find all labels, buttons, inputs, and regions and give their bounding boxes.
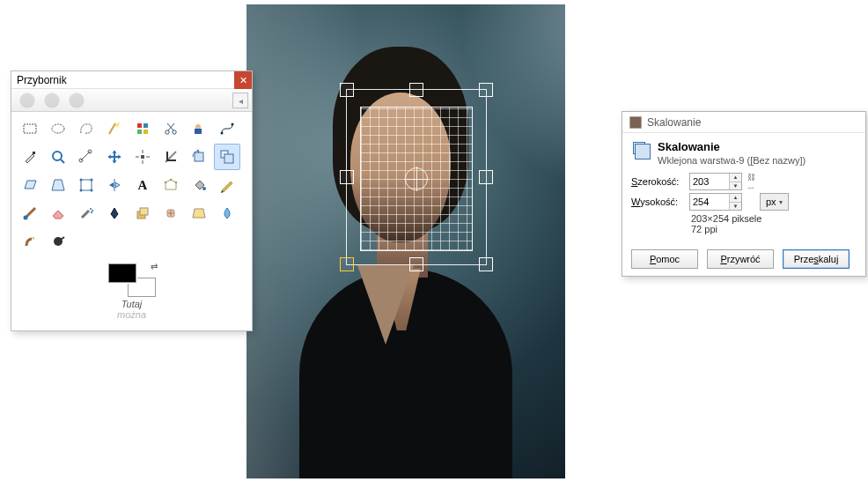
by-color-select-tool[interactable] [129,115,156,142]
perspective-tool[interactable] [45,172,71,198]
eraser-tool[interactable] [45,200,71,226]
svg-rect-6 [137,130,142,134]
width-step-down[interactable]: ▼ [729,182,741,190]
transform-handle-nw[interactable] [340,83,354,97]
width-step-up[interactable]: ▲ [729,174,741,182]
scale-tool[interactable] [214,144,240,170]
svg-point-29 [175,182,178,184]
svg-rect-0 [24,124,36,133]
scale-icon [631,140,651,159]
width-input[interactable] [690,174,729,189]
foreground-select-tool[interactable] [186,115,212,142]
height-input[interactable] [690,194,729,210]
scale-heading: Skalowanie [658,140,805,153]
flip-tool[interactable] [101,172,128,198]
toolbox-configure-button[interactable]: ◂ [232,93,248,108]
ellipse-select-icon [50,121,66,137]
scissors-select-icon [163,121,179,137]
scissors-select-tool[interactable] [158,115,184,142]
svg-rect-11 [195,129,202,134]
zoom-tool[interactable] [45,144,71,170]
svg-rect-21 [224,154,233,163]
paintbrush-tool[interactable] [17,200,43,226]
link-chain-icon[interactable]: ⎴⛓⎵ [746,165,756,200]
scale-button[interactable]: Przeskaluj [783,249,850,269]
scale-icon [219,149,235,165]
transform-handle-n[interactable] [409,83,423,97]
blur-icon [219,205,235,221]
transform-handle-se[interactable] [479,257,493,271]
height-step-down[interactable]: ▼ [729,203,741,211]
color-swatch[interactable]: ⇄ [108,263,156,297]
perspective-clone-tool[interactable] [186,200,212,226]
color-picker-tool[interactable] [17,144,43,170]
measure-tool[interactable] [73,144,99,170]
svg-point-25 [80,189,83,192]
svg-rect-4 [137,123,142,128]
svg-rect-18 [141,155,144,159]
ink-tool[interactable] [101,200,128,226]
free-select-tool[interactable] [73,115,99,142]
toolbox-tab-icons [18,92,195,109]
align-tool[interactable] [129,144,156,170]
dodge-tool[interactable] [45,228,71,255]
text-icon: A [135,177,151,193]
toolbox-titlebar[interactable]: Przybornik ✕ [11,71,252,89]
height-spinbox[interactable]: ▲ ▼ [689,193,742,211]
unit-select[interactable]: px ▾ [760,193,789,211]
pixel-dimensions: 203×254 piksele [631,213,857,224]
unit-label: px [766,197,776,207]
smudge-tool[interactable] [17,228,43,255]
fuzzy-select-tool[interactable] [101,115,128,142]
scale-dialog-body: Szerokość: ▲ ▼ ⎴⛓⎵ Wysokość: ▲ ▼ [622,167,865,236]
blur-tool[interactable] [214,200,240,226]
help-button[interactable]: Pomoc [631,249,698,269]
pencil-tool[interactable] [214,172,240,198]
move-tool[interactable] [101,144,128,170]
perspective-icon [50,177,66,193]
svg-point-26 [91,189,93,192]
close-button[interactable]: ✕ [234,71,252,89]
svg-point-1 [52,124,64,133]
clone-tool[interactable] [129,200,156,226]
reset-button[interactable]: Przywróć [707,249,774,269]
height-label: Wysokość: [631,197,686,207]
svg-point-23 [80,179,83,182]
rect-select-tool[interactable] [17,115,43,142]
transform-handle-e[interactable] [479,170,493,184]
svg-rect-14 [33,152,35,154]
heal-tool[interactable] [158,200,184,226]
airbrush-tool[interactable] [73,200,99,226]
transform-handle-w[interactable] [340,170,354,184]
ink-icon [107,205,122,221]
photo-face [350,93,451,242]
perspective-clone-icon [191,205,207,221]
svg-point-13 [232,123,234,126]
unified-transform-tool[interactable] [73,172,99,198]
scale-dialog-titlebar[interactable]: Skalowanie [622,112,865,133]
foreground-color[interactable] [108,263,136,283]
cage-tool[interactable] [158,172,184,198]
dodge-icon [50,234,66,249]
crop-tool[interactable] [158,144,184,170]
image-canvas[interactable] [246,4,565,478]
swap-colors-icon[interactable]: ⇄ [151,262,158,271]
width-spinbox[interactable]: ▲ ▼ [689,173,742,190]
transform-handle-sw[interactable] [340,257,354,271]
width-label: Szerokość: [631,176,686,187]
tool-grid: A [11,112,252,256]
photo-vneck [357,265,414,345]
rotate-tool[interactable] [186,144,212,170]
svg-text:A: A [138,178,148,192]
svg-point-12 [221,132,224,135]
scale-layer-name: Wklejona warstwa-9 ([Bez nazwy]) [658,155,805,166]
transform-handle-s[interactable] [409,257,423,271]
transform-handle-ne[interactable] [479,83,493,97]
paths-tool[interactable] [214,115,240,142]
height-step-up[interactable]: ▲ [729,194,741,203]
bucket-fill-tool[interactable] [186,172,212,198]
ellipse-select-tool[interactable] [45,115,71,142]
ppi-readout: 72 ppi [631,224,857,234]
shear-tool[interactable] [17,172,43,198]
text-tool[interactable]: A [129,172,156,198]
